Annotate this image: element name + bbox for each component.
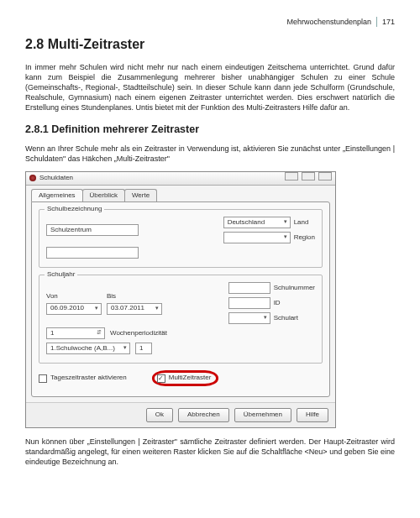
app-icon [29, 175, 36, 181]
region-label: Region [294, 233, 315, 243]
heading-2: 2.8.1 Definition mehrerer Zeitraster [25, 123, 395, 137]
schulart-select[interactable] [228, 312, 270, 324]
bis-label: Bis [107, 292, 162, 301]
tab-allgemeines[interactable]: Allgemeines [31, 189, 83, 202]
tab-ueberblick[interactable]: Überblick [82, 189, 125, 202]
von-label: Von [46, 292, 102, 301]
multiraster-highlight: ✓ MultiZeitraster [152, 370, 219, 386]
window-controls [283, 172, 332, 184]
region-select[interactable] [223, 232, 291, 243]
country-select[interactable]: Deutschland [223, 217, 291, 228]
weekperiod-spin[interactable]: 1 [46, 327, 105, 339]
tab-bar: Allgemeines Überblick Werte [26, 186, 335, 202]
button-bar: Ok Abbrechen Übernehmen Hilfe [26, 402, 335, 427]
apply-button[interactable]: Übernehmen [234, 408, 291, 422]
schulart-label: Schulart [274, 314, 298, 323]
group-schuljahr: Schuljahr Von 06.09.2010 Bis 03.07.2011 … [39, 275, 323, 364]
group-schulbezeichnung: Schulbezeichnung Schulzentrum Deutschlan… [39, 209, 323, 268]
id-label: ID [274, 299, 281, 308]
paragraph-2: Wenn an Ihrer Schule mehr als ein Zeitra… [25, 144, 395, 164]
weeka-select[interactable]: 1.Schulwoche (A,B...) [46, 343, 130, 354]
dialog-title: Schuldaten [39, 174, 73, 183]
schulnummer-label: Schulnummer [274, 284, 315, 293]
dayraster-label: Tageszeitraster aktivieren [50, 374, 127, 383]
minimize-button[interactable] [285, 172, 298, 181]
von-date[interactable]: 06.09.2010 [46, 303, 102, 315]
tab-panel: Schulbezeichnung Schulzentrum Deutschlan… [31, 201, 330, 397]
dayraster-checkbox[interactable] [39, 374, 47, 383]
close-button[interactable] [318, 172, 332, 181]
dayraster-option[interactable]: Tageszeitraster aktivieren [39, 374, 127, 383]
schoolname-field[interactable]: Schulzentrum [46, 224, 139, 236]
titlebar: Schuldaten [26, 172, 335, 186]
schoolname2-field[interactable] [46, 247, 139, 259]
multiraster-checkbox[interactable]: ✓ [157, 374, 165, 383]
tab-werte[interactable]: Werte [124, 189, 157, 202]
bis-date[interactable]: 03.07.2011 [107, 303, 162, 315]
cancel-button[interactable]: Abbrechen [178, 408, 229, 422]
ok-button[interactable]: Ok [146, 408, 173, 422]
group-legend-schulbez: Schulbezeichnung [45, 205, 104, 214]
country-label: Land [294, 218, 309, 228]
paragraph-3: Nun können über „Einstellungen | Zeitras… [25, 437, 395, 467]
heading-1: 2.8 Multi-Zeitraster [25, 35, 395, 54]
weekperiod-label: Wochenperiodizität [110, 329, 167, 338]
schulnummer-field[interactable] [228, 282, 270, 294]
group-legend-schuljahr: Schuljahr [45, 270, 77, 280]
help-button[interactable]: Hilfe [297, 408, 328, 422]
page-header: Mehrwochenstundenplan 171 [25, 17, 395, 27]
running-head: Mehrwochenstundenplan [286, 17, 371, 27]
schuldaten-dialog: Schuldaten Allgemeines Überblick Werte S… [25, 171, 336, 428]
id-field[interactable] [228, 297, 270, 309]
page-number: 171 [382, 17, 395, 27]
paragraph-1: In immer mehr Schulen wird nicht mehr nu… [25, 62, 395, 113]
maximize-button[interactable] [302, 172, 315, 181]
header-divider [376, 17, 377, 27]
weeka-value[interactable]: 1 [135, 343, 152, 354]
multiraster-label: MultiZeitraster [169, 374, 212, 383]
